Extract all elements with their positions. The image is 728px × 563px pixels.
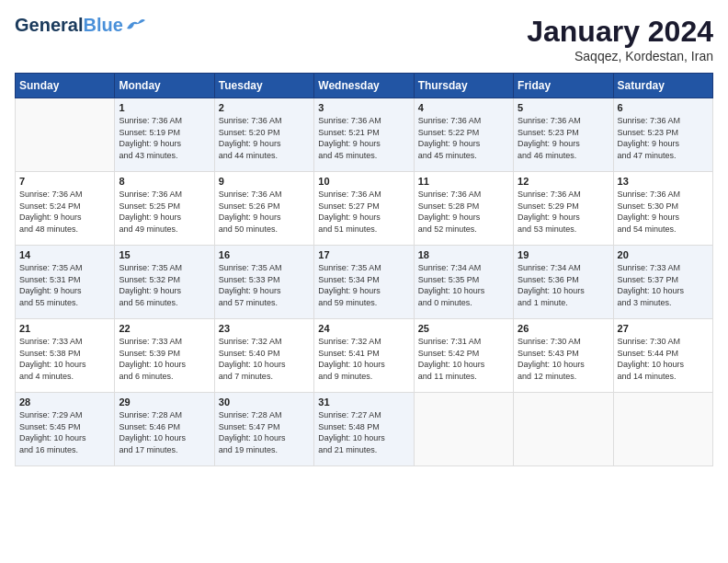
weekday-header-friday: Friday <box>514 74 613 98</box>
calendar-week-row: 21Sunrise: 7:33 AM Sunset: 5:38 PM Dayli… <box>16 319 713 393</box>
title-block: January 2024 Saqqez, Kordestan, Iran <box>527 15 713 63</box>
calendar-cell: 18Sunrise: 7:34 AM Sunset: 5:35 PM Dayli… <box>414 246 513 319</box>
day-info: Sunrise: 7:36 AM Sunset: 5:25 PM Dayligh… <box>119 189 210 235</box>
calendar-cell <box>613 393 712 466</box>
calendar-cell: 16Sunrise: 7:35 AM Sunset: 5:33 PM Dayli… <box>214 246 313 319</box>
page-header: GeneralBlue January 2024 Saqqez, Kordest… <box>15 15 713 63</box>
calendar-cell: 21Sunrise: 7:33 AM Sunset: 5:38 PM Dayli… <box>16 319 115 393</box>
calendar-cell: 6Sunrise: 7:36 AM Sunset: 5:23 PM Daylig… <box>613 98 712 172</box>
day-info: Sunrise: 7:35 AM Sunset: 5:32 PM Dayligh… <box>119 262 210 308</box>
month-title: January 2024 <box>527 15 713 49</box>
day-number: 12 <box>518 176 609 187</box>
day-info: Sunrise: 7:33 AM Sunset: 5:37 PM Dayligh… <box>618 262 709 308</box>
day-info: Sunrise: 7:35 AM Sunset: 5:33 PM Dayligh… <box>219 262 310 308</box>
day-info: Sunrise: 7:36 AM Sunset: 5:28 PM Dayligh… <box>418 189 509 235</box>
day-info: Sunrise: 7:36 AM Sunset: 5:19 PM Dayligh… <box>119 115 210 161</box>
day-number: 24 <box>318 323 409 334</box>
day-info: Sunrise: 7:36 AM Sunset: 5:27 PM Dayligh… <box>318 189 409 235</box>
day-number: 5 <box>518 102 609 113</box>
day-number: 29 <box>119 396 210 408</box>
day-info: Sunrise: 7:35 AM Sunset: 5:34 PM Dayligh… <box>318 262 409 308</box>
calendar-cell: 9Sunrise: 7:36 AM Sunset: 5:26 PM Daylig… <box>214 172 313 246</box>
calendar-cell <box>16 98 115 172</box>
day-info: Sunrise: 7:36 AM Sunset: 5:23 PM Dayligh… <box>518 115 609 161</box>
calendar-cell: 2Sunrise: 7:36 AM Sunset: 5:20 PM Daylig… <box>214 98 313 172</box>
day-info: Sunrise: 7:36 AM Sunset: 5:29 PM Dayligh… <box>518 189 609 235</box>
day-number: 1 <box>119 102 210 113</box>
calendar-cell: 26Sunrise: 7:30 AM Sunset: 5:43 PM Dayli… <box>514 319 613 393</box>
calendar-cell: 13Sunrise: 7:36 AM Sunset: 5:30 PM Dayli… <box>613 172 712 246</box>
calendar-week-row: 14Sunrise: 7:35 AM Sunset: 5:31 PM Dayli… <box>16 246 713 319</box>
logo: GeneralBlue <box>15 15 145 35</box>
calendar-table: SundayMondayTuesdayWednesdayThursdayFrid… <box>15 73 713 466</box>
weekday-header-saturday: Saturday <box>613 74 712 98</box>
calendar-week-row: 28Sunrise: 7:29 AM Sunset: 5:45 PM Dayli… <box>16 393 713 466</box>
logo-text: GeneralBlue <box>15 15 123 35</box>
calendar-cell: 11Sunrise: 7:36 AM Sunset: 5:28 PM Dayli… <box>414 172 513 246</box>
day-number: 15 <box>119 249 210 260</box>
calendar-cell: 4Sunrise: 7:36 AM Sunset: 5:22 PM Daylig… <box>414 98 513 172</box>
day-info: Sunrise: 7:33 AM Sunset: 5:38 PM Dayligh… <box>19 336 110 382</box>
day-number: 6 <box>618 102 709 113</box>
day-info: Sunrise: 7:36 AM Sunset: 5:20 PM Dayligh… <box>219 115 310 161</box>
day-info: Sunrise: 7:36 AM Sunset: 5:30 PM Dayligh… <box>618 189 709 235</box>
day-info: Sunrise: 7:29 AM Sunset: 5:45 PM Dayligh… <box>19 409 110 455</box>
day-number: 31 <box>318 396 409 408</box>
day-number: 9 <box>219 176 310 187</box>
day-number: 30 <box>219 396 310 408</box>
calendar-cell: 8Sunrise: 7:36 AM Sunset: 5:25 PM Daylig… <box>115 172 214 246</box>
day-number: 3 <box>318 102 409 113</box>
weekday-header-row: SundayMondayTuesdayWednesdayThursdayFrid… <box>16 74 713 98</box>
day-info: Sunrise: 7:34 AM Sunset: 5:35 PM Dayligh… <box>418 262 509 308</box>
calendar-cell: 15Sunrise: 7:35 AM Sunset: 5:32 PM Dayli… <box>115 246 214 319</box>
day-info: Sunrise: 7:36 AM Sunset: 5:22 PM Dayligh… <box>418 115 509 161</box>
day-number: 14 <box>19 249 110 260</box>
location: Saqqez, Kordestan, Iran <box>527 49 713 63</box>
calendar-cell: 17Sunrise: 7:35 AM Sunset: 5:34 PM Dayli… <box>314 246 414 319</box>
calendar-cell: 1Sunrise: 7:36 AM Sunset: 5:19 PM Daylig… <box>115 98 214 172</box>
calendar-cell: 25Sunrise: 7:31 AM Sunset: 5:42 PM Dayli… <box>414 319 513 393</box>
day-info: Sunrise: 7:32 AM Sunset: 5:41 PM Dayligh… <box>318 336 409 382</box>
day-number: 23 <box>219 323 310 334</box>
calendar-cell: 22Sunrise: 7:33 AM Sunset: 5:39 PM Dayli… <box>115 319 214 393</box>
day-number: 20 <box>618 249 709 260</box>
day-info: Sunrise: 7:34 AM Sunset: 5:36 PM Dayligh… <box>518 262 609 308</box>
page-container: GeneralBlue January 2024 Saqqez, Kordest… <box>0 0 728 474</box>
day-number: 16 <box>219 249 310 260</box>
calendar-cell <box>414 393 513 466</box>
calendar-cell: 29Sunrise: 7:28 AM Sunset: 5:46 PM Dayli… <box>115 393 214 466</box>
day-info: Sunrise: 7:30 AM Sunset: 5:44 PM Dayligh… <box>618 336 709 382</box>
calendar-week-row: 7Sunrise: 7:36 AM Sunset: 5:24 PM Daylig… <box>16 172 713 246</box>
calendar-cell: 10Sunrise: 7:36 AM Sunset: 5:27 PM Dayli… <box>314 172 414 246</box>
day-number: 21 <box>19 323 110 334</box>
day-number: 17 <box>318 249 409 260</box>
day-number: 10 <box>318 176 409 187</box>
calendar-cell: 20Sunrise: 7:33 AM Sunset: 5:37 PM Dayli… <box>613 246 712 319</box>
day-info: Sunrise: 7:36 AM Sunset: 5:26 PM Dayligh… <box>219 189 310 235</box>
weekday-header-monday: Monday <box>115 74 214 98</box>
day-info: Sunrise: 7:27 AM Sunset: 5:48 PM Dayligh… <box>318 409 409 455</box>
calendar-cell: 19Sunrise: 7:34 AM Sunset: 5:36 PM Dayli… <box>514 246 613 319</box>
calendar-cell: 5Sunrise: 7:36 AM Sunset: 5:23 PM Daylig… <box>514 98 613 172</box>
day-number: 11 <box>418 176 509 187</box>
day-info: Sunrise: 7:35 AM Sunset: 5:31 PM Dayligh… <box>19 262 110 308</box>
calendar-cell: 31Sunrise: 7:27 AM Sunset: 5:48 PM Dayli… <box>314 393 414 466</box>
calendar-cell: 14Sunrise: 7:35 AM Sunset: 5:31 PM Dayli… <box>16 246 115 319</box>
day-info: Sunrise: 7:28 AM Sunset: 5:47 PM Dayligh… <box>219 409 310 455</box>
calendar-cell: 27Sunrise: 7:30 AM Sunset: 5:44 PM Dayli… <box>613 319 712 393</box>
day-number: 22 <box>119 323 210 334</box>
calendar-cell: 28Sunrise: 7:29 AM Sunset: 5:45 PM Dayli… <box>16 393 115 466</box>
calendar-week-row: 1Sunrise: 7:36 AM Sunset: 5:19 PM Daylig… <box>16 98 713 172</box>
calendar-cell <box>514 393 613 466</box>
day-number: 26 <box>518 323 609 334</box>
day-info: Sunrise: 7:28 AM Sunset: 5:46 PM Dayligh… <box>119 409 210 455</box>
day-info: Sunrise: 7:32 AM Sunset: 5:40 PM Dayligh… <box>219 336 310 382</box>
calendar-cell: 7Sunrise: 7:36 AM Sunset: 5:24 PM Daylig… <box>16 172 115 246</box>
day-number: 4 <box>418 102 509 113</box>
day-info: Sunrise: 7:31 AM Sunset: 5:42 PM Dayligh… <box>418 336 509 382</box>
day-info: Sunrise: 7:33 AM Sunset: 5:39 PM Dayligh… <box>119 336 210 382</box>
day-number: 18 <box>418 249 509 260</box>
day-number: 8 <box>119 176 210 187</box>
day-info: Sunrise: 7:36 AM Sunset: 5:23 PM Dayligh… <box>618 115 709 161</box>
calendar-cell: 3Sunrise: 7:36 AM Sunset: 5:21 PM Daylig… <box>314 98 414 172</box>
